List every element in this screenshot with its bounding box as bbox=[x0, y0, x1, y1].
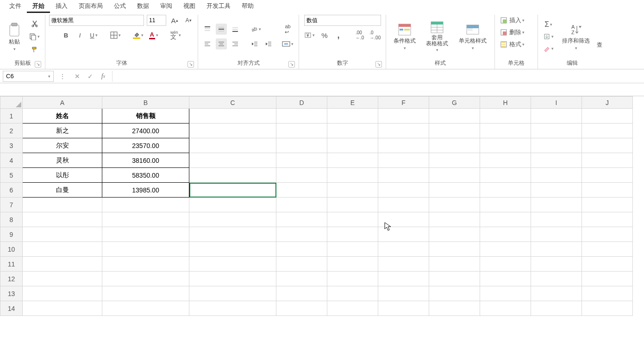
cell-E5[interactable] bbox=[327, 168, 378, 183]
cell-J7[interactable] bbox=[582, 198, 633, 212]
cell-C13[interactable] bbox=[189, 286, 276, 301]
cell-J6[interactable] bbox=[582, 183, 633, 198]
fill-button[interactable]: ▾ bbox=[542, 31, 555, 42]
align-center-button[interactable] bbox=[216, 38, 227, 49]
cell-C7[interactable] bbox=[189, 198, 276, 212]
format-cells-button[interactable]: 格式▾ bbox=[499, 39, 534, 50]
cell-F4[interactable] bbox=[378, 153, 429, 168]
format-painter-button[interactable] bbox=[28, 44, 41, 55]
cell-D3[interactable] bbox=[276, 138, 327, 153]
autosum-button[interactable]: Σ▾ bbox=[542, 19, 555, 30]
cell-H14[interactable] bbox=[480, 301, 531, 316]
formula-input[interactable] bbox=[112, 71, 641, 82]
row-header-1[interactable]: 1 bbox=[0, 109, 23, 124]
clear-button[interactable]: ▾ bbox=[542, 43, 555, 54]
number-format-select[interactable] bbox=[304, 15, 381, 26]
decrease-indent-button[interactable] bbox=[249, 38, 260, 49]
wrap-text-button[interactable]: ab↩ bbox=[281, 24, 295, 35]
cell-H13[interactable] bbox=[480, 286, 531, 301]
column-header-C[interactable]: C bbox=[189, 97, 276, 109]
cell-C3[interactable] bbox=[189, 138, 276, 153]
cell-H10[interactable] bbox=[480, 242, 531, 257]
cell-G6[interactable] bbox=[429, 183, 480, 198]
cell-I2[interactable] bbox=[531, 124, 582, 138]
cell-H12[interactable] bbox=[480, 272, 531, 286]
menu-tab-6[interactable]: 审阅 bbox=[155, 0, 178, 12]
cell-E1[interactable] bbox=[327, 109, 378, 124]
cell-D5[interactable] bbox=[276, 168, 327, 183]
cell-J11[interactable] bbox=[582, 257, 633, 272]
cell-H11[interactable] bbox=[480, 257, 531, 272]
cell-B11[interactable] bbox=[102, 257, 189, 272]
cell-C6[interactable] bbox=[189, 183, 276, 198]
cell-G4[interactable] bbox=[429, 153, 480, 168]
cell-D6[interactable] bbox=[276, 183, 327, 198]
cell-J12[interactable] bbox=[582, 272, 633, 286]
cell-F14[interactable] bbox=[378, 301, 429, 316]
cell-E13[interactable] bbox=[327, 286, 378, 301]
cell-A14[interactable] bbox=[23, 301, 102, 316]
increase-indent-button[interactable] bbox=[263, 38, 274, 49]
cell-J5[interactable] bbox=[582, 168, 633, 183]
font-color-button[interactable]: A▾ bbox=[148, 30, 160, 41]
cell-D12[interactable] bbox=[276, 272, 327, 286]
cell-G8[interactable] bbox=[429, 212, 480, 227]
cell-A8[interactable] bbox=[23, 212, 102, 227]
font-name-select[interactable] bbox=[49, 15, 144, 26]
row-header-7[interactable]: 7 bbox=[0, 198, 23, 212]
cancel-formula-button[interactable]: ✕ bbox=[71, 71, 83, 82]
menu-tab-9[interactable]: 帮助 bbox=[236, 0, 259, 12]
alignment-dialog-launcher[interactable]: ↘ bbox=[288, 61, 295, 68]
column-header-H[interactable]: H bbox=[480, 97, 531, 109]
insert-cells-button[interactable]: 插入▾ bbox=[499, 15, 534, 26]
menu-tab-0[interactable]: 文件 bbox=[4, 0, 27, 12]
cell-A12[interactable] bbox=[23, 272, 102, 286]
italic-button[interactable]: I bbox=[75, 30, 86, 41]
cell-A6[interactable]: 白曼 bbox=[23, 183, 102, 198]
cell-I13[interactable] bbox=[531, 286, 582, 301]
cell-F13[interactable] bbox=[378, 286, 429, 301]
menu-tab-5[interactable]: 数据 bbox=[131, 0, 155, 12]
cell-G10[interactable] bbox=[429, 242, 480, 257]
menu-tab-3[interactable]: 页面布局 bbox=[73, 0, 108, 12]
cell-J3[interactable] bbox=[582, 138, 633, 153]
cell-B9[interactable] bbox=[102, 227, 189, 242]
cell-E3[interactable] bbox=[327, 138, 378, 153]
delete-cells-button[interactable]: 删除▾ bbox=[499, 27, 534, 38]
percent-button[interactable]: % bbox=[319, 30, 330, 41]
copy-button[interactable]: ▾ bbox=[28, 31, 41, 42]
align-bottom-button[interactable] bbox=[230, 24, 241, 35]
cell-G5[interactable] bbox=[429, 168, 480, 183]
align-right-button[interactable] bbox=[230, 38, 241, 49]
row-header-4[interactable]: 4 bbox=[0, 153, 23, 168]
cell-D7[interactable] bbox=[276, 198, 327, 212]
cell-F2[interactable] bbox=[378, 124, 429, 138]
comma-button[interactable]: , bbox=[333, 30, 344, 41]
cell-styles-button[interactable]: 单元格样式▾ bbox=[455, 17, 491, 56]
cell-D1[interactable] bbox=[276, 109, 327, 124]
cell-I5[interactable] bbox=[531, 168, 582, 183]
cell-D2[interactable] bbox=[276, 124, 327, 138]
row-header-3[interactable]: 3 bbox=[0, 138, 23, 153]
cell-A7[interactable] bbox=[23, 198, 102, 212]
select-all-corner[interactable] bbox=[0, 97, 23, 109]
cell-C2[interactable] bbox=[189, 124, 276, 138]
cell-A3[interactable]: 尔安 bbox=[23, 138, 102, 153]
column-header-B[interactable]: B bbox=[102, 97, 189, 109]
cell-D4[interactable] bbox=[276, 153, 327, 168]
cell-E2[interactable] bbox=[327, 124, 378, 138]
increase-decimal-button[interactable]: .00←.0 bbox=[354, 30, 365, 41]
cell-B6[interactable]: 13985.00 bbox=[102, 183, 189, 198]
cell-F6[interactable] bbox=[378, 183, 429, 198]
cell-F12[interactable] bbox=[378, 272, 429, 286]
row-header-13[interactable]: 13 bbox=[0, 286, 23, 301]
cell-A5[interactable]: 以彤 bbox=[23, 168, 102, 183]
phonetic-guide-button[interactable]: wén文▾ bbox=[169, 30, 183, 41]
merge-center-button[interactable]: ▾ bbox=[281, 38, 295, 49]
cell-G14[interactable] bbox=[429, 301, 480, 316]
cell-I1[interactable] bbox=[531, 109, 582, 124]
cell-I12[interactable] bbox=[531, 272, 582, 286]
cell-F11[interactable] bbox=[378, 257, 429, 272]
cell-G12[interactable] bbox=[429, 272, 480, 286]
row-header-14[interactable]: 14 bbox=[0, 301, 23, 316]
